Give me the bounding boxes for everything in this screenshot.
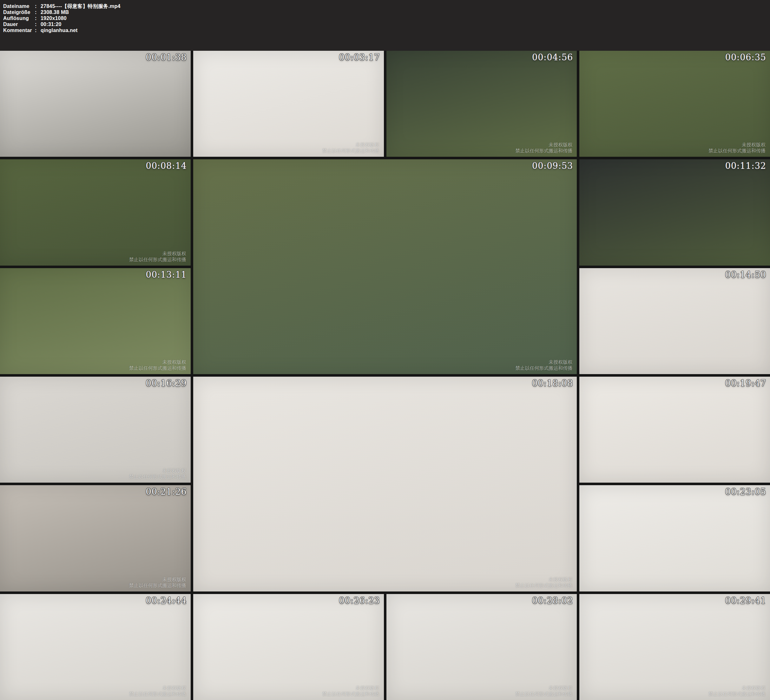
- watermark-line-2: 禁止以任何形式搬运和传播: [129, 256, 186, 262]
- watermark-line-1: 未授权版权: [129, 685, 186, 691]
- copyright-watermark: 未授权版权 禁止以任何形式搬运和传播: [322, 685, 379, 697]
- frame-timestamp: 00:28:02: [532, 596, 573, 606]
- duration-value: 00:31:20: [40, 21, 61, 27]
- video-frame-thumbnail: 00:08:14 未授权版权 禁止以任何形式搬运和传播: [0, 159, 191, 265]
- watermark-line-1: 未授权版权: [322, 141, 379, 147]
- frame-timestamp: 00:01:38: [146, 52, 186, 62]
- copyright-watermark: 未授权版权 禁止以任何形式搬运和传播: [129, 359, 186, 371]
- watermark-line-2: 禁止以任何形式搬运和传播: [129, 582, 186, 588]
- copyright-watermark: 未授权版权 禁止以任何形式搬运和传播: [129, 250, 186, 262]
- watermark-line-2: 禁止以任何形式搬运和传播: [709, 147, 765, 154]
- filesize-value: 2308.38 MB: [40, 9, 69, 15]
- metadata-row-comment: Kommentar : qinglanhua.net: [3, 27, 770, 33]
- watermark-line-1: 未授权版权: [129, 359, 186, 365]
- video-frame-thumbnail: 00:06:35 未授权版权 禁止以任何形式搬运和传播: [579, 51, 770, 157]
- watermark-line-2: 禁止以任何形式搬运和传播: [322, 691, 379, 697]
- watermark-line-1: 未授权版权: [515, 359, 573, 365]
- metadata-row-filesize: Dateigröße : 2308.38 MB: [3, 9, 770, 15]
- watermark-line-1: 未授权版权: [129, 467, 186, 473]
- watermark-line-1: 未授权版权: [515, 141, 573, 147]
- frame-timestamp: 00:19:47: [725, 378, 766, 388]
- video-frame-thumbnail: 00:26:23 未授权版权 禁止以任何形式搬运和传播: [193, 594, 384, 700]
- frame-timestamp: 00:26:23: [339, 596, 380, 606]
- comment-label: Kommentar: [3, 27, 35, 33]
- watermark-line-1: 未授权版权: [709, 685, 765, 691]
- video-frame-thumbnail: 00:01:38: [0, 51, 191, 157]
- video-frame-thumbnail: 00:03:17 未授权版权 禁止以任何形式搬运和传播: [193, 51, 384, 157]
- watermark-line-1: 未授权版权: [709, 141, 765, 147]
- watermark-line-2: 禁止以任何形式搬运和传播: [709, 691, 765, 697]
- video-frame-thumbnail: 00:21:26 未授权版权 禁止以任何形式搬运和传播: [0, 485, 191, 591]
- separator-colon: :: [35, 27, 40, 33]
- watermark-line-2: 禁止以任何形式搬运和传播: [129, 473, 186, 480]
- frame-timestamp: 00:13:11: [146, 270, 186, 280]
- video-frame-thumbnail: 00:16:29 未授权版权 禁止以任何形式搬运和传播: [0, 377, 191, 483]
- watermark-line-2: 禁止以任何形式搬运和传播: [515, 691, 573, 697]
- copyright-watermark: 未授权版权 禁止以任何形式搬运和传播: [709, 141, 765, 154]
- watermark-line-2: 禁止以任何形式搬运和传播: [129, 691, 186, 697]
- watermark-line-1: 未授权版权: [515, 685, 573, 691]
- copyright-watermark: 未授权版权 禁止以任何形式搬运和传播: [129, 576, 186, 588]
- separator-colon: :: [35, 15, 40, 21]
- video-frame-thumbnail: 00:14:50: [579, 268, 770, 374]
- metadata-row-filename: Dateiname : 27845----【得意客】特别服务.mp4: [3, 3, 770, 9]
- metadata-row-resolution: Auflösung : 1920x1080: [3, 15, 770, 21]
- video-frame-thumbnail: 00:24:44 未授权版权 禁止以任何形式搬运和传播: [0, 594, 191, 700]
- copyright-watermark: 未授权版权 禁止以任何形式搬运和传播: [515, 685, 573, 697]
- video-frame-thumbnail: 00:13:11 未授权版权 禁止以任何形式搬运和传播: [0, 268, 191, 374]
- copyright-watermark: 未授权版权 禁止以任何形式搬运和传播: [515, 141, 573, 154]
- watermark-line-2: 禁止以任何形式搬运和传播: [515, 365, 573, 371]
- duration-label: Dauer: [3, 21, 35, 27]
- watermark-line-1: 未授权版权: [129, 250, 186, 256]
- watermark-line-1: 未授权版权: [322, 685, 379, 691]
- frame-timestamp: 00:08:14: [146, 161, 186, 171]
- file-metadata-header: Dateiname : 27845----【得意客】特别服务.mp4 Datei…: [0, 0, 770, 51]
- separator-colon: :: [35, 9, 40, 15]
- separator-colon: :: [35, 21, 40, 27]
- video-frame-thumbnail: 00:23:05: [579, 485, 770, 591]
- resolution-value: 1920x1080: [40, 15, 66, 21]
- frame-timestamp: 00:11:32: [725, 161, 766, 171]
- watermark-line-2: 禁止以任何形式搬运和传播: [129, 365, 186, 371]
- frame-timestamp: 00:09:53: [532, 161, 573, 171]
- copyright-watermark: 未授权版权 禁止以任何形式搬运和传播: [709, 685, 765, 697]
- frame-timestamp: 00:29:41: [725, 596, 766, 606]
- frame-timestamp: 00:18:08: [532, 378, 573, 388]
- watermark-line-2: 禁止以任何形式搬运和传播: [322, 147, 379, 154]
- frame-timestamp: 00:24:44: [146, 596, 186, 606]
- video-frame-thumbnail: 00:19:47: [579, 377, 770, 483]
- watermark-line-2: 禁止以任何形式搬运和传播: [515, 582, 573, 588]
- resolution-label: Auflösung: [3, 15, 35, 21]
- filename-label: Dateiname: [3, 3, 35, 9]
- watermark-line-1: 未授权版权: [515, 576, 573, 582]
- video-frame-thumbnail: 00:28:02 未授权版权 禁止以任何形式搬运和传播: [387, 594, 577, 700]
- watermark-line-2: 禁止以任何形式搬运和传播: [515, 147, 573, 154]
- copyright-watermark: 未授权版权 禁止以任何形式搬运和传播: [322, 141, 379, 154]
- watermark-line-1: 未授权版权: [129, 576, 186, 582]
- comment-value: qinglanhua.net: [40, 27, 78, 33]
- frame-timestamp: 00:03:17: [339, 52, 380, 62]
- video-frame-thumbnail: 00:29:41 未授权版权 禁止以任何形式搬运和传播: [579, 594, 770, 700]
- video-frame-thumbnail: 00:11:32: [579, 159, 770, 265]
- filename-value: 27845----【得意客】特别服务.mp4: [40, 3, 121, 9]
- video-frame-thumbnail: 00:18:08 未授权版权 禁止以任何形式搬运和传播: [193, 377, 577, 591]
- copyright-watermark: 未授权版权 禁止以任何形式搬运和传播: [515, 359, 573, 371]
- metadata-row-duration: Dauer : 00:31:20: [3, 21, 770, 27]
- video-frame-thumbnail: 00:04:56 未授权版权 禁止以任何形式搬运和传播: [387, 51, 577, 157]
- frame-timestamp: 00:23:05: [725, 487, 766, 497]
- frame-timestamp: 00:14:50: [725, 270, 766, 280]
- frame-timestamp: 00:06:35: [725, 52, 766, 62]
- filesize-label: Dateigröße: [3, 9, 35, 15]
- copyright-watermark: 未授权版权 禁止以任何形式搬运和传播: [129, 467, 186, 480]
- frame-timestamp: 00:16:29: [146, 378, 186, 388]
- thumbnail-contact-sheet: 00:01:38 00:03:17 未授权版权 禁止以任何形式搬运和传播 00:…: [0, 51, 770, 700]
- separator-colon: :: [35, 3, 40, 9]
- frame-timestamp: 00:21:26: [146, 487, 186, 497]
- copyright-watermark: 未授权版权 禁止以任何形式搬运和传播: [129, 685, 186, 697]
- frame-timestamp: 00:04:56: [532, 52, 573, 62]
- copyright-watermark: 未授权版权 禁止以任何形式搬运和传播: [515, 576, 573, 588]
- video-frame-thumbnail: 00:09:53 未授权版权 禁止以任何形式搬运和传播: [193, 159, 577, 374]
